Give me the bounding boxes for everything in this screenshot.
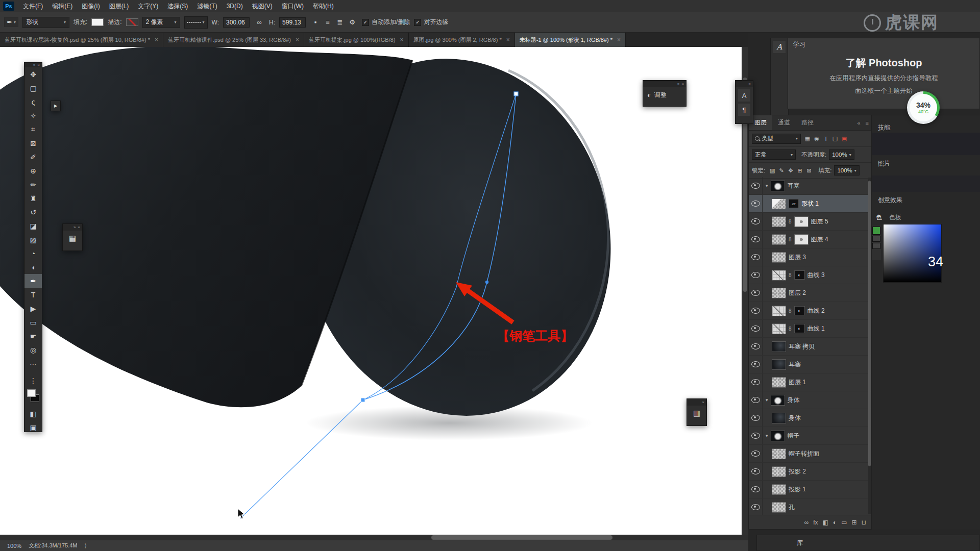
document-tab-2[interactable]: 蓝牙耳机精修课件.psd @ 25% (图层 33, RGB/8#)× (163, 33, 304, 47)
visibility-cell[interactable] (749, 498, 763, 515)
lock-artboard-icon[interactable]: ⊞ (795, 166, 804, 175)
close-icon[interactable]: × (78, 225, 80, 230)
color-picker-field[interactable] (883, 224, 942, 283)
visibility-cell[interactable] (749, 445, 763, 462)
document-tab-3[interactable]: 蓝牙耳机提案.jpg @ 100%(RGB/8)× (304, 33, 409, 47)
link-layers-icon[interactable]: ∞ (804, 519, 809, 526)
layer-thumbnail[interactable] (772, 466, 786, 477)
visibility-cell[interactable] (749, 409, 763, 427)
layer-row[interactable]: 投影 1 (749, 481, 871, 498)
layer-thumbnail[interactable] (772, 288, 786, 298)
blend-mode-select[interactable]: 正常 ▾ (752, 149, 796, 160)
creative-panel-title[interactable]: 创意效果 (872, 195, 980, 205)
tool-preset-picker[interactable]: ✒ ▾ (4, 17, 18, 27)
visibility-eye-icon[interactable] (751, 450, 760, 457)
visibility-cell[interactable] (749, 320, 763, 337)
panel-menu-icon[interactable]: ≡ (863, 115, 871, 130)
path-anchor-bottom[interactable] (361, 398, 365, 402)
visibility-cell[interactable] (749, 284, 763, 302)
zoom-tool[interactable]: ◎ (24, 343, 42, 357)
path-anchor-top[interactable] (514, 92, 518, 96)
lock-pixels-icon[interactable]: ✎ (777, 166, 786, 175)
link-dimensions-icon[interactable]: ∞ (254, 17, 265, 28)
tool-flyout-button[interactable]: ▶ (51, 101, 61, 111)
visibility-cell[interactable] (749, 463, 763, 480)
hand-tool[interactable]: ☛ (24, 329, 42, 343)
layer-thumbnail[interactable] (772, 448, 786, 459)
visibility-eye-icon[interactable] (751, 397, 760, 403)
document-tab-4[interactable]: 原图.jpg @ 300% (图层 2, RGB/8) *× (409, 33, 515, 47)
panel-header[interactable]: » (736, 81, 753, 87)
path-operations-icon[interactable]: ▪ (310, 17, 321, 28)
mask-thumbnail[interactable] (794, 216, 808, 227)
visibility-cell[interactable] (749, 356, 763, 373)
shape-height-field[interactable]: 599.13 (279, 17, 306, 28)
background-color-swatch[interactable] (872, 236, 880, 242)
close-icon[interactable]: × (702, 400, 704, 405)
layer-thumbnail[interactable] (772, 413, 786, 423)
spot-healing-brush-tool[interactable]: ⊕ (24, 164, 42, 178)
layer-row[interactable]: 图层 3 (749, 248, 871, 266)
new-layer-icon[interactable]: ⊞ (852, 519, 857, 526)
visibility-cell[interactable] (749, 177, 763, 194)
more-tools[interactable]: ⋯ (24, 357, 42, 370)
visibility-eye-icon[interactable] (751, 290, 760, 296)
menu-item-4[interactable]: 图层(L) (105, 0, 134, 12)
toolbar-header[interactable]: » × (24, 63, 42, 67)
visibility-eye-icon[interactable] (751, 343, 760, 349)
learn-panel-title[interactable]: 学习 (788, 38, 979, 49)
move-tool[interactable]: ✥ (24, 67, 42, 81)
panel-header[interactable]: » × (643, 81, 686, 87)
clone-stamp-tool[interactable]: ♜ (24, 191, 42, 205)
layer-effects-icon[interactable]: fx (813, 519, 818, 526)
edit-toolbar-button[interactable]: ⋮ (24, 373, 42, 387)
tab-color[interactable]: 色 (876, 213, 882, 222)
visibility-eye-icon[interactable] (751, 415, 760, 421)
layer-row[interactable]: 帽子转折面 (749, 445, 871, 463)
group-thumbnail[interactable] (771, 431, 785, 441)
visibility-eye-icon[interactable] (751, 504, 760, 510)
visibility-cell[interactable] (749, 195, 763, 212)
group-caret-icon[interactable]: ▾ (766, 433, 768, 438)
panel-header[interactable]: » × (63, 224, 82, 231)
marquee-tool[interactable]: ▢ (24, 81, 42, 95)
layer-row[interactable]: 8◐曲线 1 (749, 320, 871, 338)
visibility-eye-icon[interactable] (751, 308, 760, 314)
tab-close-icon[interactable]: × (617, 36, 621, 43)
layer-thumbnail[interactable] (772, 359, 786, 370)
layer-row[interactable]: 8图层 4 (749, 231, 871, 248)
photos-panel-title[interactable]: 照片 (872, 158, 980, 168)
foreground-color-swatch[interactable] (872, 227, 880, 235)
group-thumbnail[interactable] (771, 181, 785, 191)
screen-mode-button[interactable]: ▣ (24, 420, 42, 434)
filter-type-icon[interactable]: T (821, 134, 830, 143)
filter-shape-icon[interactable]: ▢ (830, 134, 840, 143)
color-option-swatch[interactable] (872, 243, 880, 249)
collapse-icon[interactable]: » (74, 225, 76, 230)
layer-row[interactable]: 孔 (749, 498, 871, 515)
lock-position-icon[interactable]: ✥ (786, 166, 795, 175)
styles-panel-icon[interactable]: A (773, 41, 786, 53)
character-panel-icon[interactable]: A (738, 89, 750, 102)
filter-smart-icon[interactable]: ▣ (840, 134, 849, 143)
adjustments-label[interactable]: 调整 (654, 91, 667, 99)
rectangle-tool[interactable]: ▭ (24, 315, 42, 329)
visibility-cell[interactable] (749, 338, 763, 355)
menu-item-10[interactable]: 窗口(W) (277, 0, 308, 12)
eraser-tool[interactable]: ◪ (24, 219, 42, 233)
scrollbar-thumb[interactable] (431, 535, 612, 540)
zoom-level[interactable]: 100% (7, 543, 21, 549)
layer-row[interactable]: 8图层 5 (749, 213, 871, 231)
fill-opacity-select[interactable]: 100% ▾ (834, 165, 859, 176)
group-thumbnail[interactable] (771, 395, 785, 406)
visibility-eye-icon[interactable] (751, 486, 760, 492)
tab-swatches[interactable]: 色板 (889, 213, 901, 222)
layer-row[interactable]: 耳塞 (749, 356, 871, 373)
menu-item-5[interactable]: 文字(Y) (133, 0, 163, 12)
menu-item-9[interactable]: 视图(V) (248, 0, 277, 12)
visibility-cell[interactable] (749, 391, 763, 409)
menu-item-1[interactable]: 文件(F) (18, 0, 47, 12)
menu-item-6[interactable]: 选择(S) (163, 0, 192, 12)
layers-scrollbar[interactable] (868, 178, 871, 514)
gradient-tool[interactable]: ▨ (24, 233, 42, 246)
